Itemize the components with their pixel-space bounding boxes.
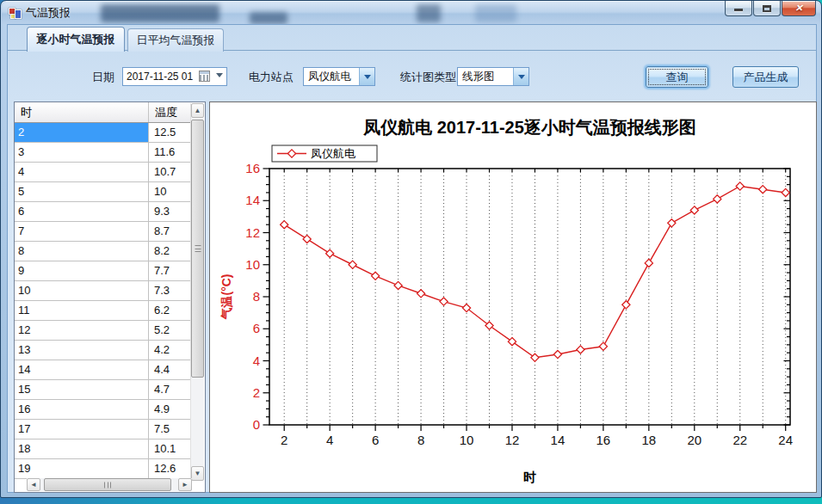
glass-reflection <box>475 4 516 22</box>
table-row[interactable]: 311.6 <box>15 143 191 163</box>
table-row[interactable]: 116.2 <box>15 301 191 321</box>
cell-temperature[interactable]: 7.5 <box>149 420 191 439</box>
table-row[interactable]: 212.5 <box>15 123 191 143</box>
chart-type-label: 统计图类型 <box>400 71 456 84</box>
table-row[interactable]: 125.2 <box>15 321 191 341</box>
table-row[interactable]: 97.7 <box>15 261 191 281</box>
cell-temperature[interactable]: 7.3 <box>149 281 191 300</box>
calendar-icon <box>199 71 210 82</box>
cell-temperature[interactable]: 10 <box>149 182 191 201</box>
horizontal-scrollbar[interactable]: ◄ ► <box>27 478 192 491</box>
table-row[interactable]: 410.7 <box>15 163 191 182</box>
svg-text:12: 12 <box>505 433 520 447</box>
svg-text:4: 4 <box>326 433 333 447</box>
table-row[interactable]: 1912.6 <box>15 459 191 479</box>
cell-temperature[interactable]: 8.7 <box>149 222 191 241</box>
cell-hour[interactable]: 7 <box>15 222 149 241</box>
table-row[interactable]: 177.5 <box>15 420 191 439</box>
cell-temperature[interactable]: 5.2 <box>149 321 191 340</box>
chevron-down-icon[interactable] <box>359 68 374 85</box>
cell-temperature[interactable]: 8.2 <box>149 242 191 261</box>
table-row[interactable]: 154.7 <box>15 380 191 400</box>
titlebar[interactable]: 气温预报 <box>2 2 820 24</box>
cell-temperature[interactable]: 4.9 <box>149 400 191 419</box>
cell-hour[interactable]: 3 <box>15 143 149 162</box>
cell-temperature[interactable]: 10.1 <box>149 439 191 458</box>
minimize-button[interactable] <box>725 1 752 16</box>
cell-hour[interactable]: 16 <box>15 400 149 419</box>
cell-temperature[interactable]: 4.7 <box>149 380 191 399</box>
scroll-up-icon[interactable]: ▲ <box>191 103 204 118</box>
close-button[interactable]: ✕ <box>782 1 816 16</box>
cell-hour[interactable]: 8 <box>15 242 149 261</box>
horizontal-scroll-thumb[interactable] <box>44 478 171 491</box>
cell-hour[interactable]: 12 <box>15 321 149 340</box>
cell-temperature[interactable]: 4.2 <box>149 341 191 360</box>
station-select[interactable]: 凤仪航电 <box>303 67 375 86</box>
svg-text:凤仪航电: 凤仪航电 <box>311 147 355 160</box>
cell-temperature[interactable]: 4.4 <box>149 360 191 379</box>
vertical-scroll-thumb[interactable] <box>191 120 204 378</box>
calendar-dropdown-button[interactable] <box>199 70 225 83</box>
cell-hour[interactable]: 14 <box>15 360 149 379</box>
maximize-button[interactable] <box>753 1 781 16</box>
cell-temperature[interactable]: 11.6 <box>149 143 191 162</box>
minimize-icon <box>734 9 743 11</box>
table-row[interactable]: 1810.1 <box>15 439 191 459</box>
cell-hour[interactable]: 15 <box>15 380 149 399</box>
table-row[interactable]: 134.2 <box>15 341 191 360</box>
line-chart: 凤仪航电 2017-11-25逐小时气温预报线形图246810121416182… <box>210 102 816 492</box>
scroll-down-icon[interactable]: ▼ <box>191 466 204 481</box>
svg-text:凤仪航电 2017-11-25逐小时气温预报线形图: 凤仪航电 2017-11-25逐小时气温预报线形图 <box>362 118 696 137</box>
cell-hour[interactable]: 11 <box>15 301 149 320</box>
cell-hour[interactable]: 17 <box>15 420 149 439</box>
scroll-right-icon[interactable]: ► <box>178 478 192 491</box>
tab-daily-average-forecast[interactable]: 日平均气温预报 <box>127 28 224 52</box>
cell-temperature[interactable]: 12.5 <box>149 123 191 142</box>
column-header-hour[interactable]: 时 <box>15 102 149 122</box>
cell-hour[interactable]: 4 <box>15 163 149 181</box>
chart-type-value: 线形图 <box>462 68 495 85</box>
cell-hour[interactable]: 2 <box>15 123 149 142</box>
table-row[interactable]: 69.3 <box>15 202 191 222</box>
generate-product-button[interactable]: 产品生成 <box>732 66 799 88</box>
chart-type-select[interactable]: 线形图 <box>457 67 529 86</box>
cell-hour[interactable]: 19 <box>15 459 149 478</box>
app-window: 气温预报 ✕ 逐小时气温预报 日平均气温预报 日期 2017-11-25 01 … <box>0 0 822 498</box>
query-button[interactable]: 查询 <box>646 66 708 88</box>
cell-temperature[interactable]: 9.3 <box>149 202 191 221</box>
table-row[interactable]: 510 <box>15 182 191 202</box>
cell-hour[interactable]: 18 <box>15 439 149 458</box>
svg-text:气温(°C): 气温(°C) <box>219 274 233 320</box>
svg-text:16: 16 <box>245 161 260 175</box>
tab-hourly-forecast[interactable]: 逐小时气温预报 <box>27 27 125 52</box>
svg-text:20: 20 <box>687 433 701 447</box>
maximize-icon <box>763 5 771 12</box>
svg-text:8: 8 <box>417 433 424 447</box>
cell-temperature[interactable]: 6.2 <box>149 301 191 320</box>
svg-text:时: 时 <box>523 470 536 484</box>
vertical-scrollbar[interactable]: ▲ ▼ <box>190 103 204 481</box>
cell-temperature[interactable]: 12.6 <box>149 459 191 478</box>
cell-hour[interactable]: 10 <box>15 281 149 300</box>
chevron-down-icon[interactable] <box>513 68 528 85</box>
cell-temperature[interactable]: 10.7 <box>149 163 191 181</box>
table-row[interactable]: 78.7 <box>15 222 191 242</box>
table-row[interactable]: 144.4 <box>15 360 191 380</box>
table-row[interactable]: 164.9 <box>15 400 191 420</box>
cell-temperature[interactable]: 7.7 <box>149 261 191 280</box>
table-row[interactable]: 88.2 <box>15 242 191 261</box>
cell-hour[interactable]: 9 <box>15 261 149 280</box>
date-picker[interactable]: 2017-11-25 01 <box>122 67 227 86</box>
svg-text:0: 0 <box>253 417 260 432</box>
svg-text:10: 10 <box>245 257 260 272</box>
scroll-left-icon[interactable]: ◄ <box>27 478 40 491</box>
cell-hour[interactable]: 6 <box>15 202 149 221</box>
glass-reflection <box>417 4 441 22</box>
table-row[interactable]: 107.3 <box>15 281 191 301</box>
chevron-down-icon <box>216 73 223 81</box>
cell-hour[interactable]: 13 <box>15 341 149 360</box>
cell-hour[interactable]: 5 <box>15 182 149 201</box>
svg-text:16: 16 <box>596 433 611 447</box>
column-header-temperature[interactable]: 温度 <box>149 102 191 122</box>
